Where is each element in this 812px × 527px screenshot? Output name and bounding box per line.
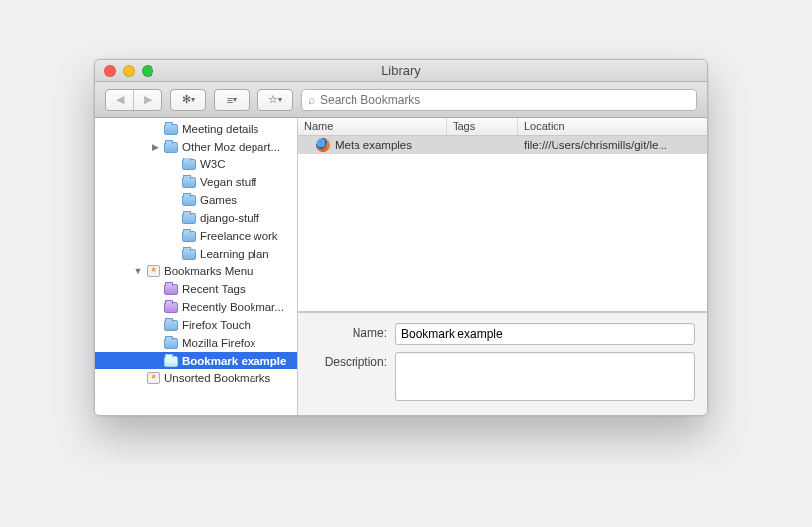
- window-title: Library: [95, 63, 707, 78]
- sidebar-item-label: W3C: [200, 158, 226, 170]
- folder-icon: [182, 231, 196, 242]
- search-field[interactable]: ⌕: [301, 89, 697, 111]
- close-window-button[interactable]: [104, 65, 116, 77]
- sidebar-item[interactable]: django-stuff: [95, 209, 297, 227]
- main-pane: Name Tags Location Meta examplesfile:///…: [298, 118, 707, 415]
- nav-buttons: ◀ ▶: [105, 89, 162, 111]
- views-menu[interactable]: ≡ ▾: [214, 89, 250, 111]
- sidebar-item-label: Freelance work: [200, 230, 278, 242]
- bookmark-name: Meta examples: [335, 139, 412, 151]
- smart-icon: [164, 284, 178, 295]
- sidebar-item-label: Vegan stuff: [200, 176, 256, 188]
- minimize-window-button[interactable]: [123, 65, 135, 77]
- sidebar-item-label: Mozilla Firefox: [182, 337, 255, 349]
- zoom-window-button[interactable]: [142, 65, 153, 77]
- cell-location: file:///Users/chrismills/git/le...: [518, 139, 707, 151]
- cell-name: Meta examples: [298, 138, 447, 152]
- sidebar-item[interactable]: Mozilla Firefox: [95, 334, 297, 352]
- sidebar-item-label: Recently Bookmar...: [182, 301, 284, 313]
- menu-icon: [147, 265, 160, 277]
- gear-icon: ✻ ▾: [171, 90, 205, 110]
- sidebar-item[interactable]: Bookmark example: [95, 352, 297, 369]
- sidebar-item-label: django-stuff: [200, 212, 259, 224]
- detail-pane: Name: Description:: [298, 312, 707, 415]
- folder-icon: [164, 338, 178, 349]
- sidebar-item[interactable]: Recent Tags: [95, 280, 297, 298]
- smart-icon: [164, 302, 178, 313]
- list-header: Name Tags Location: [298, 118, 707, 136]
- sidebar-item-label: Unsorted Bookmarks: [164, 372, 270, 384]
- organize-menu[interactable]: ✻ ▾: [170, 89, 206, 111]
- sidebar-item[interactable]: Learning plan: [95, 245, 297, 263]
- library-window: Library ◀ ▶ ✻ ▾ ≡ ▾ ☆ ▾ ⌕ Meeting detail…: [94, 59, 708, 416]
- sidebar-item-label: Bookmarks Menu: [164, 265, 253, 277]
- folder-icon: [182, 213, 196, 224]
- sidebar-item-label: Firefox Touch: [182, 319, 251, 331]
- chevron-down-icon: ▾: [233, 95, 237, 104]
- name-field[interactable]: [395, 323, 695, 345]
- sidebar-tree[interactable]: Meeting details▶Other Moz depart...W3CVe…: [95, 118, 298, 415]
- toolbar: ◀ ▶ ✻ ▾ ≡ ▾ ☆ ▾ ⌕: [95, 82, 707, 118]
- disclosure-triangle-icon[interactable]: ▼: [133, 266, 143, 276]
- back-icon: ◀: [116, 93, 124, 106]
- description-field[interactable]: [395, 352, 695, 401]
- sidebar-item[interactable]: W3C: [95, 156, 297, 173]
- import-menu[interactable]: ☆ ▾: [257, 89, 293, 111]
- folder-icon: [182, 177, 196, 188]
- folder-icon: [164, 356, 178, 367]
- sidebar-item-label: Recent Tags: [182, 283, 246, 295]
- col-name[interactable]: Name: [298, 118, 447, 135]
- sidebar-item-label: Other Moz depart...: [182, 141, 280, 153]
- bookmark-row[interactable]: Meta examplesfile:///Users/chrismills/gi…: [298, 136, 707, 154]
- sidebar-item[interactable]: Recently Bookmar...: [95, 298, 297, 316]
- disclosure-triangle-icon[interactable]: ▶: [151, 142, 160, 152]
- sidebar-item[interactable]: Firefox Touch: [95, 316, 297, 334]
- sidebar-item-label: Meeting details: [182, 123, 258, 135]
- folder-icon: [182, 195, 196, 206]
- sidebar-item-label: Bookmark example: [182, 355, 286, 367]
- folder-icon: [164, 142, 178, 153]
- sidebar-item-label: Games: [200, 194, 237, 206]
- folder-icon: [182, 159, 196, 170]
- chevron-down-icon: ▾: [278, 95, 282, 104]
- sidebar-item[interactable]: Games: [95, 191, 297, 209]
- sidebar-item[interactable]: Meeting details: [95, 120, 297, 138]
- sidebar-item[interactable]: ▼Bookmarks Menu: [95, 263, 297, 280]
- sidebar-item[interactable]: Freelance work: [95, 227, 297, 245]
- sidebar-item-label: Learning plan: [200, 248, 269, 260]
- content-area: Meeting details▶Other Moz depart...W3CVe…: [95, 118, 707, 415]
- sidebar-item[interactable]: ▶Other Moz depart...: [95, 138, 297, 156]
- star-icon: ☆ ▾: [258, 90, 292, 110]
- firefox-icon: [316, 138, 330, 152]
- traffic-lights: [95, 65, 153, 77]
- forward-icon: ▶: [144, 93, 152, 106]
- name-label: Name:: [310, 323, 387, 340]
- back-button[interactable]: ◀: [106, 90, 134, 110]
- col-location[interactable]: Location: [518, 118, 707, 135]
- list-icon: ≡ ▾: [215, 90, 249, 110]
- chevron-down-icon: ▾: [191, 95, 195, 104]
- forward-button[interactable]: ▶: [134, 90, 161, 110]
- unsorted-icon: [147, 372, 160, 384]
- folder-icon: [164, 124, 178, 135]
- description-label: Description:: [310, 352, 387, 369]
- folder-icon: [164, 320, 178, 331]
- col-tags[interactable]: Tags: [447, 118, 518, 135]
- titlebar: Library: [95, 60, 707, 82]
- search-icon: ⌕: [308, 93, 315, 107]
- search-input[interactable]: [320, 93, 690, 107]
- bookmark-list[interactable]: Meta examplesfile:///Users/chrismills/gi…: [298, 136, 707, 312]
- sidebar-item[interactable]: Vegan stuff: [95, 173, 297, 191]
- sidebar-item[interactable]: Unsorted Bookmarks: [95, 369, 297, 387]
- folder-icon: [182, 249, 196, 260]
